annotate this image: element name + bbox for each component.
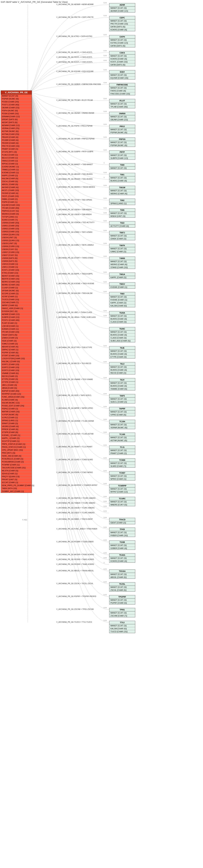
root-attr: KVEWE_I [CHAR (1)] — [1, 434, 32, 437]
root-attr: SUBPR [CHAR (12)] — [1, 316, 32, 319]
target-attr: MANDT [CLNT (3)] — [109, 55, 135, 58]
root-attr: EEW_PRPS_PS_DUMMY [CHAR (1)] — [1, 484, 32, 487]
target-attr: KVEWE [CHAR (1)] — [109, 299, 135, 301]
target-node: TPGPRFMANDT [CLNT (3)]PGPRF [CHAR (6)] — [109, 595, 135, 604]
target-attr: KVEWE [CHAR (1)] — [109, 286, 135, 288]
root-attr: PPROF [CHAR (8)] — [1, 428, 32, 431]
target-attr: RFPNT [CHAR (12)] — [109, 490, 135, 493]
edge-rel: 0..N — [104, 149, 107, 151]
root-attr: TADAT [DATS (8)] — [1, 334, 32, 336]
root-attr: ZSCHM [CHAR (7)] — [1, 301, 32, 304]
target-node: TFACDIDENT [CHAR (2)] — [109, 518, 135, 524]
root-attr: MLSTN [CHAR (5)] — [1, 469, 32, 472]
edge-label: V_AVCHANA_PR_GE-KOSTL = CSKS-KOSTL — [56, 61, 93, 63]
root-attr: STUFE [INT1 (3)] — [1, 151, 32, 153]
target-header: T499S — [109, 257, 135, 260]
edge-rel: 0..N — [104, 470, 107, 472]
root-attr: SDVIS [CHAR (1)] — [1, 472, 32, 475]
target-node: AENRMANDT [CLNT (3)]AENNR [CHAR (12)] — [109, 3, 135, 12]
root-attr: ETYPE [CHAR (3)] — [1, 378, 32, 381]
target-attr: MANDT [CLNT (3)] — [109, 235, 135, 237]
target-attr: VNAME [CHAR (6)] — [109, 388, 135, 390]
target-attr: KALSM [CHAR (6)] — [109, 627, 135, 630]
edge-rel: 0..N — [104, 197, 107, 199]
edge-label: V_AVCHANA_PR_GE-IUMKZ = T087K-UMWKZ — [56, 244, 94, 246]
edge-label: V_AVCHANA_PR_GE-RECID = T8JJ-RECID — [56, 363, 91, 364]
root-attr: NPFAZ [CHAR (1)] — [1, 162, 32, 165]
root-attr: USR01 [CHAR (20)] — [1, 224, 32, 227]
root-attr: USR00 [CHAR (20)] — [1, 221, 32, 224]
edge-rel: 0..N — [104, 431, 107, 433]
root-attr: PCNPBF [CHAR (1)] — [1, 463, 32, 466]
edge-label: V_AVCHANA_PR_GE-ETYPE = T8JE-ETYPE — [56, 346, 92, 348]
target-node: TCJ05MANDT [CLNT (3)]ASTNR [NUMC (8)] — [109, 433, 135, 442]
edge-rel: 0..N — [104, 581, 107, 583]
edge-rel: 0..N — [104, 136, 107, 138]
edge-rel: 0..N — [104, 483, 107, 485]
edge-rel: 0..N — [104, 457, 107, 459]
target-attr: ABGSL [CHAR (6)] — [109, 576, 135, 579]
root-attr: VKORG [CHAR (4)] — [1, 425, 32, 428]
target-attr: GSBER [CHAR (4)] — [109, 547, 135, 550]
edge-label: V_AVCHANA_PR_GE-USE05 = T006-MSEHI — [56, 214, 92, 215]
target-node: T681VKVEWE [CHAR (1)] — [109, 282, 135, 289]
target-attr: BUKRS [CHAR (4)] — [109, 317, 135, 320]
edge-rel: 0..N — [104, 230, 107, 231]
edge-label: V_AVCHANA_PR_GE-IZWEK = T087J-IZWEK — [56, 231, 92, 233]
root-attr: BERTR [CHAR (16)] — [1, 277, 32, 280]
edge-label: V_AVCHANA_PR_GE-SPSNR = PRPSS-PSPNR — [56, 138, 95, 140]
root-attr: IUMKZ [CHAR (2)] — [1, 342, 32, 345]
edge-label: V_AVCHANA_PR_GE-TXTSP = T002-SPRAS — [56, 199, 92, 201]
target-attr: MANDT [CLNT (3)] — [109, 128, 135, 131]
root-attr: SPRAS [LANG (1)] — [1, 419, 32, 422]
root-attr: MATNR [CHAR (18)] — [1, 410, 32, 413]
root-attr: FPLNR [CHAR (10)] — [1, 331, 32, 334]
target-header: T001 — [109, 173, 135, 176]
target-attr: MANDT [CLNT (3)] — [109, 20, 135, 22]
target-node: IFLOTMANDT [CLNT (3)]TPLNR [CHAR (30)] — [109, 99, 135, 108]
edge-label: V_AVCHANA_PR_GE-RFIPPNT = TCNRPIP-RFPNT — [56, 484, 97, 486]
edge-rel: 0..N — [104, 315, 107, 316]
target-attr: KOKRS [CHAR (4)] — [109, 28, 135, 31]
target-header: T683 — [109, 292, 135, 296]
edge-label: V_AVCHANA_PR_GE-STORT = T499S-STAND — [56, 257, 93, 259]
target-attr: MANDT [CLNT (3)] — [109, 102, 135, 105]
root-attr: KZBWS [CHAR (1)] — [1, 328, 32, 331]
edge-label: V_AVCHANA_PR_GE-USE04 = T006-MSEHI — [56, 209, 92, 211]
target-node: TCJ04MANDT [CLNT (3)]VERNR [NUMC (8)] — [109, 420, 135, 429]
target-node: PRTPMANDT [CLNT (3)]SUBPR [CHAR (12)] — [109, 150, 135, 160]
root-attr: ZUORD [NUMC (1)] — [1, 165, 32, 168]
root-attr: TABIX [INT4 (10)] — [1, 487, 32, 490]
target-header: T681V — [109, 282, 135, 286]
target-header: T006 — [109, 209, 135, 212]
root-attr: VLPKZ [CHAR (1)] — [1, 416, 32, 419]
root-attr: LOGSYSTEM [CHAR (10)] — [1, 357, 32, 360]
edge-label: V_AVCHANA_PR_GE-AKSTL = CSKS-KOSTL — [56, 51, 93, 53]
edge-label: V_AVCHANA_PR_GE-VNAME = T8JV-VNAME — [56, 378, 93, 380]
target-attr: FKBER [CHAR (16)] — [109, 534, 135, 537]
target-header: T8JV — [109, 378, 135, 381]
root-attr: EQUNR [CHAR (18)] — [1, 204, 32, 207]
target-header: TCJ04 — [109, 420, 135, 423]
target-attr: MANDT [CLNT (3)] — [109, 500, 135, 503]
target-node: TKA01MANDT [CLNT (3)]KOKRS [CHAR (4)] — [109, 553, 135, 563]
root-attr: XSTAT [CHAR (1)] — [1, 295, 32, 298]
target-attr: MANDT [CLNT (3)] — [109, 488, 135, 490]
target-node: TCURCMANDT [CLNT (3)]WAERS [CUKY (5)] — [109, 497, 135, 506]
edge-rel: 0..N — [104, 552, 107, 554]
root-attr: USR06 [CURR (13)] — [1, 245, 32, 248]
target-header: TCN00 — [109, 459, 135, 462]
target-attr: KAPPL [CHAR (2)] — [109, 276, 135, 279]
target-attr: KOSTL [CHAR (10)] — [109, 60, 135, 63]
target-header: T087K — [109, 244, 135, 247]
root-attr: SCHTYP [CHAR (1)] — [1, 440, 32, 443]
root-attr: WERKS [CHAR (4)] — [1, 213, 32, 215]
target-attr: MANDT [CLNT (3)] — [109, 410, 135, 413]
edge-label: V_AVCHANA_PR_GE-KTRG = CKPH-KSTRG — [56, 35, 92, 37]
root-attr: PSPRI [CHAR (1)] — [1, 201, 32, 204]
edge-label: V_AVCHANA_PR_GE-PKOKR = TKA01-KOKRS — [56, 563, 94, 565]
edge-rel: 0..N — [104, 281, 107, 283]
root-attr: SPSNR [NUMC (8)] — [1, 289, 32, 292]
edge-label: V_AVCHANA_PR_GE-PGSBR = TGSB-GSBER — [56, 541, 94, 543]
target-attr: MANDT [CLNT (3)] — [109, 544, 135, 547]
